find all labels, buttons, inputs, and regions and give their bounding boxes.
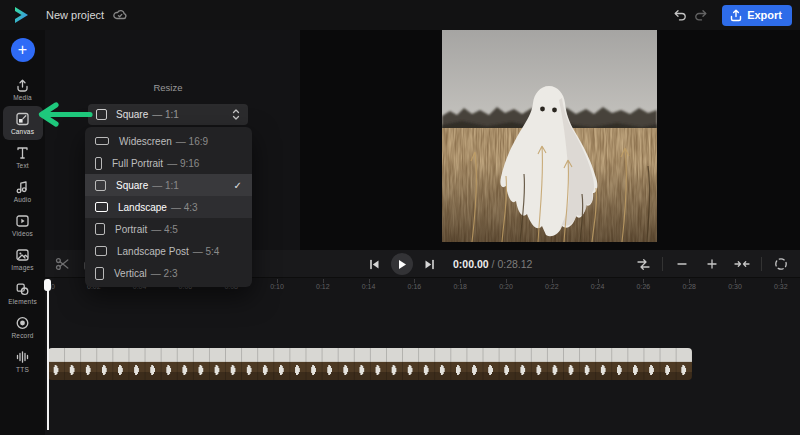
sidebar-item-images[interactable]: Images	[3, 242, 43, 276]
fullscreen-button[interactable]	[770, 253, 792, 275]
sidebar-item-label: Text	[16, 162, 29, 169]
scissors-icon	[55, 257, 70, 271]
time-separator: /	[492, 258, 495, 270]
timeline-view-tools	[632, 250, 792, 278]
sidebar-item-canvas[interactable]: Canvas	[3, 106, 43, 140]
landscape-post-aspect-icon	[95, 246, 107, 256]
add-media-button[interactable]: +	[11, 38, 35, 62]
time-display: 0:00.00 / 0:28.12	[453, 258, 532, 270]
record-icon	[15, 316, 30, 330]
playback-controls: 0:00.00 / 0:28.12	[363, 250, 532, 278]
landscape-aspect-icon	[95, 202, 108, 212]
full-portrait-aspect-icon	[95, 157, 102, 170]
play-icon	[397, 259, 407, 270]
play-button[interactable]	[391, 253, 413, 275]
preview-area	[300, 30, 800, 250]
export-button[interactable]: Export	[722, 5, 792, 26]
sidebar-item-label: TTS	[16, 366, 29, 373]
zoom-to-fit-button[interactable]	[731, 253, 753, 275]
shapes-icon	[15, 282, 30, 296]
sidebar-item-label: Videos	[12, 230, 33, 237]
resize-panel-title: Resize	[45, 82, 291, 93]
toolbar-divider	[662, 257, 663, 271]
project-title[interactable]: New project	[46, 9, 104, 21]
video-icon	[15, 214, 30, 228]
portrait-aspect-icon	[95, 223, 105, 235]
redo-button[interactable]	[690, 4, 712, 26]
export-upload-icon	[730, 9, 742, 22]
minus-icon	[676, 258, 688, 270]
menu-item-portrait[interactable]: Portrait — 4:5	[85, 218, 252, 240]
sidebar-item-audio[interactable]: Audio	[3, 174, 43, 208]
plus-icon	[706, 258, 718, 270]
sidebar-item-tts[interactable]: TTS	[3, 344, 43, 378]
sidebar-item-text[interactable]: Text	[3, 140, 43, 174]
vertical-aspect-icon	[95, 267, 104, 280]
aspect-ratio-number: — 1:1	[152, 109, 179, 120]
undo-button[interactable]	[668, 4, 690, 26]
skip-back-icon	[367, 258, 381, 271]
playhead-line	[47, 279, 49, 430]
undo-icon	[672, 8, 687, 22]
sidebar-item-label: Media	[13, 94, 32, 101]
video-clip[interactable]	[48, 348, 692, 380]
image-icon	[15, 248, 30, 262]
canvas-icon	[15, 112, 30, 126]
clipchamp-logo-icon	[11, 5, 31, 25]
skip-forward-icon	[423, 258, 437, 271]
preview-image[interactable]	[442, 28, 657, 242]
sidebar-item-record[interactable]: Record	[3, 310, 43, 344]
menu-item-square[interactable]: Square — 1:1 ✓	[85, 174, 252, 196]
timeline-tracks	[45, 294, 800, 435]
sidebar-item-label: Images	[11, 264, 34, 271]
sidebar-item-media[interactable]: Media	[3, 72, 43, 106]
aspect-ratio-menu: Widescreen — 16:9 Full Portrait — 9:16 S…	[85, 127, 252, 287]
music-note-icon	[15, 180, 30, 194]
check-icon: ✓	[234, 180, 242, 191]
media-import-icon	[15, 78, 30, 92]
menu-item-landscape-post[interactable]: Landscape Post — 5:4	[85, 240, 252, 262]
top-bar: New project Export	[0, 0, 800, 30]
total-time: 0:28.12	[497, 258, 532, 270]
zoom-in-button[interactable]	[701, 253, 723, 275]
snapping-icon	[636, 258, 651, 271]
sidebar-item-videos[interactable]: Videos	[3, 208, 43, 242]
sidebar-items: Media Canvas Text	[3, 72, 43, 378]
sidebar-item-elements[interactable]: Elements	[3, 276, 43, 310]
sidebar-item-label: Record	[11, 332, 33, 339]
aspect-ratio-select[interactable]: Square — 1:1	[88, 104, 248, 125]
sidebar-item-label: Audio	[14, 196, 32, 203]
skip-forward-button[interactable]	[419, 253, 441, 275]
chevron-up-down-icon	[232, 108, 240, 121]
split-button[interactable]	[51, 253, 73, 275]
voice-wave-icon	[15, 350, 30, 364]
menu-item-widescreen[interactable]: Widescreen — 16:9	[85, 130, 252, 152]
snapping-toggle-button[interactable]	[632, 253, 654, 275]
sidebar-item-label: Canvas	[11, 128, 34, 135]
skip-back-button[interactable]	[363, 253, 385, 275]
current-time: 0:00.00	[453, 258, 489, 270]
cloud-saved-icon	[113, 9, 127, 21]
widescreen-aspect-icon	[95, 137, 109, 145]
menu-item-vertical[interactable]: Vertical — 2:3	[85, 262, 252, 284]
square-aspect-icon	[95, 180, 106, 191]
square-aspect-icon	[96, 109, 107, 120]
sidebar: + Media Canvas	[0, 30, 45, 435]
toolbar-divider	[761, 257, 762, 271]
arrows-inward-icon	[734, 258, 750, 270]
export-button-label: Export	[747, 9, 782, 21]
fullscreen-icon	[774, 257, 788, 271]
menu-item-landscape[interactable]: Landscape — 4:3	[85, 196, 252, 218]
app-window: New project Export	[0, 0, 800, 435]
playhead-handle[interactable]	[44, 279, 51, 291]
zoom-out-button[interactable]	[671, 253, 693, 275]
aspect-ratio-value: Square	[116, 109, 148, 120]
text-icon	[15, 146, 30, 160]
menu-item-full-portrait[interactable]: Full Portrait — 9:16	[85, 152, 252, 174]
sidebar-item-label: Elements	[8, 298, 37, 305]
redo-icon	[694, 8, 709, 22]
